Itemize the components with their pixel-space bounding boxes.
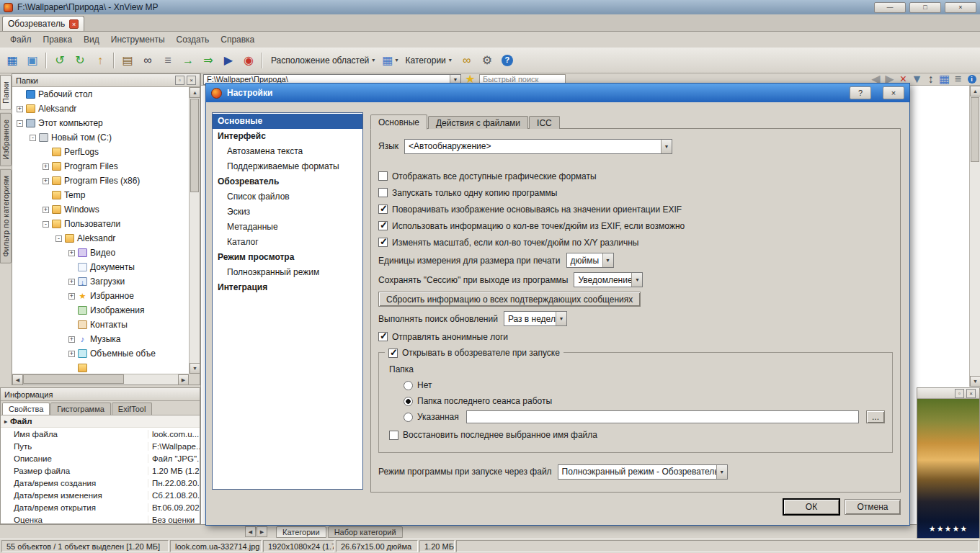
viewer-button[interactable]: ▣ <box>23 51 42 70</box>
slideshow-button[interactable]: ▶ <box>219 51 238 70</box>
checkbox[interactable] <box>378 188 388 197</box>
dialog-titlebar[interactable]: Настройки ? × <box>206 84 909 102</box>
tree-expander-icon[interactable]: + <box>68 250 75 256</box>
tree-item[interactable]: +Program Files (x86) <box>12 174 189 188</box>
settings-tab[interactable]: Основные <box>370 114 427 130</box>
restore-filename-checkbox[interactable] <box>389 431 398 440</box>
tree-item[interactable]: -Пользователи <box>12 217 189 231</box>
settings-nav-item[interactable]: Интеграция <box>213 280 362 295</box>
settings-nav-item[interactable]: Каталог <box>213 235 362 250</box>
tree-expander-icon[interactable]: - <box>55 235 62 242</box>
tab-close-icon[interactable]: × <box>69 19 79 29</box>
reset-confirmations-button[interactable]: Сбросить информацию о всех подтверждающи… <box>378 292 641 307</box>
radio-row[interactable]: Указанная... <box>404 409 885 425</box>
settings-nav-item[interactable]: Список файлов <box>213 189 362 204</box>
float-panel-icon[interactable]: ▫ <box>175 76 184 85</box>
info-tab[interactable]: Свойства <box>2 403 50 415</box>
tree-item[interactable]: Рабочий стол <box>12 87 189 102</box>
anonymous-logs-row[interactable]: Отправлять анонимные логи <box>378 328 893 345</box>
tree-expander-icon[interactable]: + <box>43 207 49 213</box>
scroll-track[interactable] <box>124 374 178 385</box>
close-panel-icon[interactable]: × <box>966 389 976 398</box>
scroll-right-icon[interactable]: ▶ <box>257 526 267 537</box>
menu-item[interactable]: Справка <box>215 33 260 46</box>
tree-expander-icon[interactable]: - <box>30 135 36 141</box>
scroll-down-icon[interactable]: ▼ <box>970 376 980 387</box>
tab-browser[interactable]: Обозреватель × <box>2 16 84 31</box>
ok-button[interactable]: ОК <box>783 499 839 515</box>
checkbox[interactable] <box>378 238 388 247</box>
filelist-vertical-scrollbar[interactable]: ▲ ▼ <box>969 86 980 387</box>
settings-nav-item[interactable]: Эскиз <box>213 204 362 220</box>
settings-nav-item[interactable]: Поддерживаемые форматы <box>213 159 362 174</box>
settings-nav-item[interactable]: Интерфейс <box>213 129 362 144</box>
side-tab[interactable]: Избранное <box>0 113 12 166</box>
info-button[interactable]: i <box>966 74 978 85</box>
tree-item[interactable]: Документы <box>12 260 189 274</box>
info-tab[interactable]: ExifTool <box>112 403 153 415</box>
tree-item[interactable] <box>12 361 189 374</box>
forward-button[interactable]: ↻ <box>71 51 89 70</box>
tree-expander-icon[interactable]: + <box>43 163 49 170</box>
bottom-tab[interactable]: Набор категорий <box>328 526 403 538</box>
side-tab[interactable]: Папки <box>0 75 12 110</box>
settings-tab[interactable]: ICC <box>529 116 560 129</box>
back-button[interactable]: ↺ <box>50 51 69 70</box>
tree-item[interactable]: -Aleksandr <box>12 231 189 246</box>
scroll-down-icon[interactable]: ▼ <box>190 363 200 374</box>
radio-button[interactable] <box>404 397 413 406</box>
units-select[interactable]: дюймы ▼ <box>566 253 614 268</box>
browser-button[interactable]: ▦ <box>3 51 22 70</box>
tree-item[interactable]: +Program Files <box>12 159 189 174</box>
layout-grid-button[interactable]: ▦▾ <box>380 51 399 70</box>
settings-tab[interactable]: Действия с файлами <box>428 116 528 129</box>
program-mode-select[interactable]: Полноэкранный режим - Обозреватель ▼ <box>558 464 728 480</box>
tree-expander-icon[interactable]: + <box>17 106 23 112</box>
anonymous-logs-checkbox[interactable] <box>378 332 388 341</box>
preview-image[interactable]: ★★★★★ <box>917 399 979 538</box>
startup-legend[interactable]: Открывать в обозревателе при запуске <box>385 346 564 360</box>
tree-vertical-scrollbar[interactable]: ▲ ▼ <box>189 87 200 374</box>
settings-nav-item[interactable]: Метаданные <box>213 220 362 235</box>
scroll-thumb[interactable] <box>971 97 979 162</box>
tree-expander-icon[interactable]: - <box>43 221 49 228</box>
browse-button[interactable]: ... <box>866 410 885 423</box>
tree-expander-icon[interactable]: + <box>68 293 75 300</box>
tree-expander-icon[interactable]: + <box>68 279 75 285</box>
cancel-button[interactable]: Отмена <box>845 499 901 515</box>
menu-item[interactable]: Вид <box>78 33 105 46</box>
tree-item[interactable]: Контакты <box>12 318 189 332</box>
categories-button[interactable]: Категории ▾ <box>401 51 455 70</box>
print-button[interactable]: ≡ <box>159 51 177 70</box>
menu-item[interactable]: Правка <box>37 33 79 46</box>
float-panel-icon[interactable]: ▫ <box>955 389 964 398</box>
open-browser-on-start-checkbox[interactable] <box>388 349 398 358</box>
tree-expander-icon[interactable]: - <box>17 120 23 127</box>
scroll-right-icon[interactable]: ▶ <box>178 374 189 385</box>
checkbox[interactable] <box>378 171 388 181</box>
checkbox-row[interactable]: Отображать все доступные графические фор… <box>378 168 893 184</box>
tree-item[interactable]: Temp <box>12 188 189 202</box>
tree-item[interactable]: PerfLogs <box>12 145 189 159</box>
radio-row[interactable]: Нет <box>404 377 885 393</box>
tree-item[interactable]: +Объемные объе <box>12 346 189 361</box>
bottom-tab[interactable]: Категории <box>276 526 326 538</box>
restore-filename-row[interactable]: Восстановить последнее выбранное имя фай… <box>389 428 885 442</box>
language-select[interactable]: <Автообнаружение> ▼ <box>404 139 672 154</box>
updates-select[interactable]: Раз в неделю ▼ <box>504 311 567 326</box>
checkbox-row[interactable]: Запускать только одну копию программы <box>378 184 893 201</box>
radio-button[interactable] <box>404 381 413 390</box>
close-panel-icon[interactable]: × <box>187 76 196 85</box>
tree-expander-icon[interactable]: + <box>68 336 75 343</box>
scroll-up-icon[interactable]: ▲ <box>970 86 980 96</box>
checkbox[interactable] <box>378 221 388 230</box>
scroll-thumb[interactable] <box>190 99 199 192</box>
scroll-thumb[interactable] <box>23 374 124 384</box>
filter-button[interactable]: ▼ <box>911 74 923 85</box>
parent-folder-button[interactable]: ↑ <box>91 51 110 70</box>
help-button[interactable]: ? <box>498 51 517 70</box>
checkbox[interactable] <box>378 204 388 214</box>
capture-button[interactable]: ◉ <box>239 51 258 70</box>
export-button[interactable]: → <box>179 51 197 70</box>
checkbox-row[interactable]: Поворачивать изображение основываясь на … <box>378 201 893 217</box>
